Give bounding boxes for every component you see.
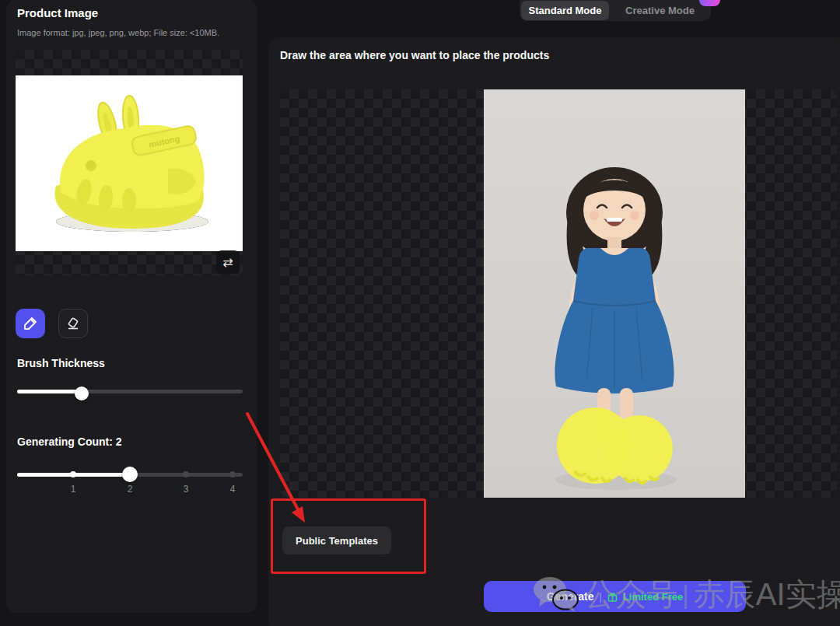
swap-button[interactable]: ⇄: [216, 250, 240, 274]
brush-thickness-label: Brush Thickness: [17, 357, 105, 369]
limited-free-label: Limited Free: [623, 591, 683, 603]
brush-thickness-slider[interactable]: [17, 390, 243, 393]
brush-thickness-fill: [17, 390, 82, 393]
tab-standard-mode[interactable]: Standard Mode: [521, 1, 609, 20]
count-option-4[interactable]: 4: [230, 484, 236, 495]
count-option-1[interactable]: 1: [71, 484, 76, 495]
swap-icon: ⇄: [222, 255, 233, 270]
child-photo: [484, 89, 745, 498]
generate-separator: |: [600, 591, 602, 603]
eraser-tool-button[interactable]: [58, 309, 88, 338]
generating-count-handle[interactable]: [122, 467, 138, 482]
format-hint: Image format: jpg, jpeg, png, webp; File…: [17, 28, 219, 37]
drawn-mask-area: [557, 407, 673, 484]
scene-photo: [484, 89, 745, 498]
eraser-icon: [66, 316, 80, 330]
main-panel: Draw the area where you want to place th…: [268, 37, 840, 626]
creative-mode-badge: [699, 0, 720, 6]
brush-icon: [23, 316, 37, 330]
product-image-title: Product Image: [17, 6, 98, 19]
count-option-2[interactable]: 2: [128, 484, 133, 495]
count-mark-4[interactable]: [229, 471, 236, 477]
count-mark-1[interactable]: [70, 471, 76, 477]
mode-tabbar: Standard Mode Creative Mode: [520, 0, 711, 21]
public-templates-button[interactable]: Public Templates: [282, 526, 391, 554]
tab-standard-label: Standard Mode: [529, 5, 602, 16]
generate-button[interactable]: Generate | Limited Free: [484, 581, 746, 612]
instruction-title: Draw the area where you want to place th…: [280, 49, 549, 61]
count-mark-3[interactable]: [183, 471, 189, 477]
gift-icon: [607, 592, 618, 602]
generating-count-label: Generating Count: 2: [17, 435, 122, 448]
public-templates-label: Public Templates: [296, 535, 378, 547]
product-photo: mutong: [16, 75, 243, 251]
brush-tool-button[interactable]: [16, 309, 45, 338]
generate-label: Generate: [547, 590, 594, 603]
drawing-canvas[interactable]: [280, 89, 837, 498]
left-panel: Product Image Image format: jpg, jpeg, p…: [6, 0, 257, 613]
tab-creative-label: Creative Mode: [625, 5, 695, 16]
product-shoe-image: mutong: [16, 75, 243, 251]
brush-thickness-handle[interactable]: [75, 386, 89, 400]
product-image-preview: mutong ⇄: [16, 50, 243, 276]
tab-creative-mode[interactable]: Creative Mode: [609, 5, 711, 16]
count-option-3[interactable]: 3: [184, 484, 189, 495]
